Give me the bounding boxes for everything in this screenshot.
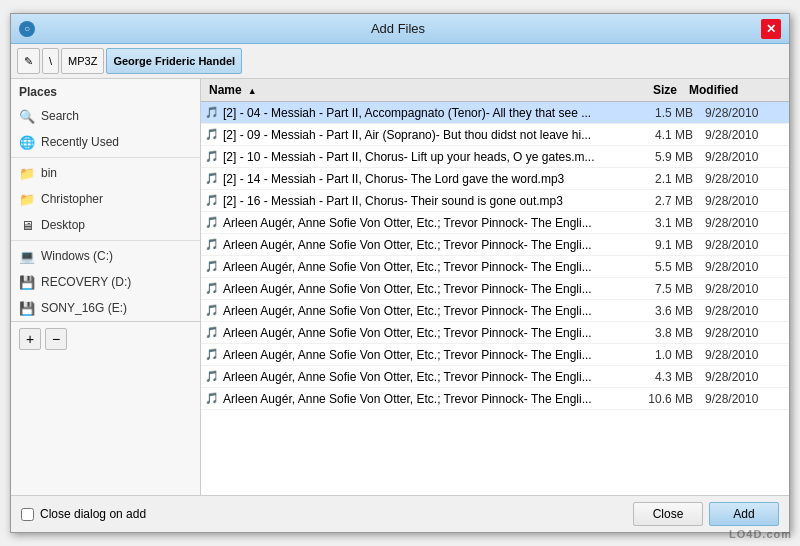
close-button[interactable]: Close (633, 502, 703, 526)
sidebar-item-recently-used[interactable]: 🌐 Recently Used (11, 129, 200, 155)
footer-left: Close dialog on add (21, 507, 146, 521)
sidebar-item-recovery-d[interactable]: 💾 RECOVERY (D:) (11, 269, 200, 295)
file-size: 2.1 MB (639, 172, 699, 186)
sidebar-divider-2 (11, 240, 200, 241)
file-name-text: Arleen Augér, Anne Sofie Von Otter, Etc.… (223, 282, 592, 296)
file-row-name: Arleen Augér, Anne Sofie Von Otter, Etc.… (201, 392, 639, 406)
file-size: 9.1 MB (639, 238, 699, 252)
file-name-text: Arleen Augér, Anne Sofie Von Otter, Etc.… (223, 348, 592, 362)
file-name-text: [2] - 14 - Messiah - Part II, Chorus- Th… (223, 172, 564, 186)
add-button[interactable]: Add (709, 502, 779, 526)
sidebar-item-search[interactable]: 🔍 Search (11, 103, 200, 129)
column-modified-header[interactable]: Modified (683, 83, 773, 97)
file-size: 10.6 MB (639, 392, 699, 406)
folder-icon-bin: 📁 (19, 165, 35, 181)
table-row[interactable]: [2] - 04 - Messiah - Part II, Accompagna… (201, 102, 789, 124)
mp3z-button[interactable]: MP3Z (61, 48, 104, 74)
file-modified: 9/28/2010 (699, 370, 789, 384)
sidebar-item-windows-c[interactable]: 💻 Windows (C:) (11, 243, 200, 269)
file-name-text: Arleen Augér, Anne Sofie Von Otter, Etc.… (223, 326, 592, 340)
table-row[interactable]: Arleen Augér, Anne Sofie Von Otter, Etc.… (201, 344, 789, 366)
file-list[interactable]: [2] - 04 - Messiah - Part II, Accompagna… (201, 102, 789, 495)
file-row-name: Arleen Augér, Anne Sofie Von Otter, Etc.… (201, 370, 639, 384)
sidebar-header: Places (11, 79, 200, 103)
file-size: 5.5 MB (639, 260, 699, 274)
music-file-icon (205, 370, 219, 384)
sidebar-item-bin[interactable]: 📁 bin (11, 160, 200, 186)
drive-icon-c: 💻 (19, 248, 35, 264)
table-row[interactable]: Arleen Augér, Anne Sofie Von Otter, Etc.… (201, 256, 789, 278)
file-size: 2.7 MB (639, 194, 699, 208)
file-row-name: [2] - 09 - Messiah - Part II, Air (Sopra… (201, 128, 639, 142)
file-name-text: Arleen Augér, Anne Sofie Von Otter, Etc.… (223, 304, 592, 318)
close-dialog-checkbox[interactable] (21, 508, 34, 521)
file-name-text: [2] - 10 - Messiah - Part II, Chorus- Li… (223, 150, 594, 164)
music-file-icon (205, 216, 219, 230)
edit-button[interactable]: ✎ (17, 48, 40, 74)
sidebar-item-christopher[interactable]: 📁 Christopher (11, 186, 200, 212)
file-name-text: Arleen Augér, Anne Sofie Von Otter, Etc.… (223, 238, 592, 252)
music-file-icon (205, 238, 219, 252)
table-row[interactable]: Arleen Augér, Anne Sofie Von Otter, Etc.… (201, 388, 789, 410)
file-row-name: Arleen Augér, Anne Sofie Von Otter, Etc.… (201, 260, 639, 274)
file-name-text: [2] - 04 - Messiah - Part II, Accompagna… (223, 106, 591, 120)
file-modified: 9/28/2010 (699, 194, 789, 208)
file-size: 4.3 MB (639, 370, 699, 384)
table-row[interactable]: [2] - 09 - Messiah - Part II, Air (Sopra… (201, 124, 789, 146)
window-title: Add Files (35, 21, 761, 36)
music-file-icon (205, 172, 219, 186)
table-row[interactable]: Arleen Augér, Anne Sofie Von Otter, Etc.… (201, 212, 789, 234)
sidebar-label-search: Search (41, 109, 79, 123)
table-row[interactable]: Arleen Augér, Anne Sofie Von Otter, Etc.… (201, 300, 789, 322)
music-file-icon (205, 260, 219, 274)
column-size-header[interactable]: Size (623, 83, 683, 97)
file-name-text: Arleen Augér, Anne Sofie Von Otter, Etc.… (223, 216, 592, 230)
file-modified: 9/28/2010 (699, 260, 789, 274)
desktop-icon: 🖥 (19, 217, 35, 233)
sidebar-bottom-actions: + − (11, 321, 200, 356)
table-row[interactable]: Arleen Augér, Anne Sofie Von Otter, Etc.… (201, 322, 789, 344)
active-tab-button[interactable]: George Frideric Handel (106, 48, 242, 74)
file-modified: 9/28/2010 (699, 172, 789, 186)
file-size: 3.8 MB (639, 326, 699, 340)
file-size: 7.5 MB (639, 282, 699, 296)
file-row-name: [2] - 04 - Messiah - Part II, Accompagna… (201, 106, 639, 120)
close-window-button[interactable]: ✕ (761, 19, 781, 39)
file-list-header: Name Size Modified (201, 79, 789, 102)
footer-buttons: Close Add (633, 502, 779, 526)
file-name-text: [2] - 16 - Messiah - Part II, Chorus- Th… (223, 194, 563, 208)
sidebar-label-windows-c: Windows (C:) (41, 249, 113, 263)
music-file-icon (205, 304, 219, 318)
file-name-text: [2] - 09 - Messiah - Part II, Air (Sopra… (223, 128, 591, 142)
sidebar-label-recovery-d: RECOVERY (D:) (41, 275, 131, 289)
sidebar-divider-1 (11, 157, 200, 158)
file-modified: 9/28/2010 (699, 282, 789, 296)
file-modified: 9/28/2010 (699, 150, 789, 164)
file-modified: 9/28/2010 (699, 106, 789, 120)
main-content: Places 🔍 Search 🌐 Recently Used 📁 bin 📁 … (11, 79, 789, 495)
music-file-icon (205, 128, 219, 142)
sidebar-item-desktop[interactable]: 🖥 Desktop (11, 212, 200, 238)
table-row[interactable]: Arleen Augér, Anne Sofie Von Otter, Etc.… (201, 366, 789, 388)
table-row[interactable]: Arleen Augér, Anne Sofie Von Otter, Etc.… (201, 234, 789, 256)
watermark: LO4D.com (729, 528, 792, 540)
slash-button[interactable]: \ (42, 48, 59, 74)
sidebar-item-sony-e[interactable]: 💾 SONY_16G (E:) (11, 295, 200, 321)
table-row[interactable]: Arleen Augér, Anne Sofie Von Otter, Etc.… (201, 278, 789, 300)
file-modified: 9/28/2010 (699, 238, 789, 252)
add-place-button[interactable]: + (19, 328, 41, 350)
table-row[interactable]: [2] - 10 - Messiah - Part II, Chorus- Li… (201, 146, 789, 168)
music-file-icon (205, 150, 219, 164)
column-name-header[interactable]: Name (201, 83, 623, 97)
title-bar: ○ Add Files ✕ (11, 14, 789, 44)
sidebar-label-christopher: Christopher (41, 192, 103, 206)
table-row[interactable]: [2] - 14 - Messiah - Part II, Chorus- Th… (201, 168, 789, 190)
file-row-name: [2] - 10 - Messiah - Part II, Chorus- Li… (201, 150, 639, 164)
sort-arrow-icon (246, 83, 257, 97)
file-panel: Name Size Modified [2] - 04 - Messiah - … (201, 79, 789, 495)
table-row[interactable]: [2] - 16 - Messiah - Part II, Chorus- Th… (201, 190, 789, 212)
file-modified: 9/28/2010 (699, 128, 789, 142)
file-row-name: Arleen Augér, Anne Sofie Von Otter, Etc.… (201, 216, 639, 230)
file-row-name: [2] - 14 - Messiah - Part II, Chorus- Th… (201, 172, 639, 186)
remove-place-button[interactable]: − (45, 328, 67, 350)
